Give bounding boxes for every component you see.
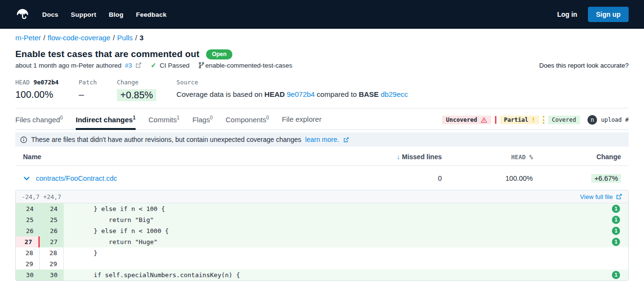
tab-files-changed[interactable]: Files changed0 [15,115,63,129]
new-line-number: 30 [40,269,64,281]
head-label: HEAD [15,79,30,86]
partial-bar-sample [543,116,544,124]
hit-count-badge[interactable]: 1 [612,216,620,224]
source-label: Source [176,79,408,86]
chevron-down-icon[interactable] [23,175,30,182]
legend-partial: Partial ! [500,116,539,124]
files-table-header: Name ↓Missed lines HEAD % Change [15,149,629,166]
hunk-range: -24,7 +24,7 [22,193,61,200]
nav-link-feedback[interactable]: Feedback [136,11,167,18]
legend-covered: Covered [548,116,580,124]
hit-count-badge[interactable]: 1 [612,205,620,213]
breadcrumb: m-Peter/flow-code-coverage/Pulls/3 [15,34,629,42]
breadcrumb-owner[interactable]: m-Peter [15,34,41,42]
diff-line: 30 30 if self.specialNumbers.containsKey… [16,269,628,281]
external-link-icon [616,193,622,200]
source-description: Coverage data is based on HEAD 9e072b4 c… [176,90,408,98]
diff-line: 28 28 } [16,247,628,258]
tab-bar: Files changed0 Indirect changes1 Commits… [15,115,629,130]
change-label: Change [117,79,156,86]
code-text: return "Big" [64,214,612,225]
authored-text: about 1 month ago m-Peter authored [15,62,121,69]
breadcrumb-separator: / [113,34,115,42]
view-full-file-link[interactable]: View full file [580,193,622,200]
diff-line: 26 26 } else if n < 1000 { 1 [16,225,628,236]
code-text [64,258,612,269]
top-nav: Docs Support Blog Feedback Log in Sign u… [0,0,644,29]
breadcrumb-separator: / [43,34,45,42]
upload-legend: n upload # [587,115,629,125]
diff-line: 25 25 return "Big" 1 [16,214,628,225]
tab-file-explorer[interactable]: File explorer [282,115,322,129]
coverage-summary: HEAD 9e072b4 100.00% Patch – Change +0.8… [15,79,629,101]
column-header-name[interactable]: Name [15,153,317,161]
legend-uncovered: Uncovered [442,116,491,124]
patch-value: – [79,89,97,100]
code-text: } [64,247,612,258]
old-line-number: 26 [16,225,40,236]
info-banner: These are files that didn't have author … [15,132,629,147]
tab-components[interactable]: Components0 [226,115,269,129]
diff-viewer: -24,7 +24,7 View full file 24 24 } else … [15,190,629,281]
breadcrumb-repo[interactable]: flow-code-coverage [48,34,111,42]
nav-link-support[interactable]: Support [71,11,96,18]
new-line-number: 24 [40,203,64,214]
new-line-number: 26 [40,225,64,236]
learn-more-link[interactable]: learn more. [305,136,339,143]
code-text: return "Huge" [64,236,612,247]
column-header-change[interactable]: Change [533,153,629,161]
column-header-missed-lines[interactable]: ↓Missed lines [317,153,442,161]
pr-number-link[interactable]: #3 [125,62,132,69]
status-badge: Open [206,49,232,59]
old-line-number: 29 [16,258,40,269]
old-line-number: 24 [16,203,40,214]
login-link[interactable]: Log in [557,11,577,18]
breadcrumb-pulls[interactable]: Pulls [117,34,133,42]
source-base-sha-link[interactable]: db29ecc [381,90,408,98]
tab-flags[interactable]: Flags0 [192,115,212,129]
stat-change: Change +0.85% [117,79,156,101]
warning-triangle-icon [481,117,487,123]
upload-label: upload # [601,117,629,123]
file-link[interactable]: contracts/FooContract.cdc [36,175,117,182]
banner-text: These are files that didn't have author … [31,136,301,143]
signup-button[interactable]: Sign up [588,7,629,22]
codecov-logo[interactable] [15,7,30,22]
file-change-value: +6.67% [591,174,621,183]
ci-status-text: CI Passed [160,62,189,69]
report-accuracy-question[interactable]: Does this report look accurate? [539,62,629,69]
tab-indirect-changes[interactable]: Indirect changes1 [76,115,136,129]
stat-head: HEAD 9e072b4 100.00% [15,79,58,100]
umbrella-icon [15,7,30,22]
head-sha: 9e072b4 [34,79,59,86]
new-line-number: 27 [40,236,64,247]
new-line-number: 25 [40,214,64,225]
old-line-number-uncovered: 27 [16,236,40,247]
change-value: +0.85% [117,89,156,101]
source-head-sha-link[interactable]: 9e072b4 [287,90,315,98]
partial-mark: ! [531,117,535,123]
file-row[interactable]: contracts/FooContract.cdc 0 100.00% +6.6… [15,166,629,189]
hit-count-badge[interactable]: 1 [612,227,620,235]
nav-link-blog[interactable]: Blog [109,11,124,18]
section-divider [15,108,629,108]
diff-line: 27 27 return "Huge" 1 [16,236,628,247]
old-line-number: 28 [16,247,40,258]
external-link-icon[interactable] [135,62,142,69]
patch-label: Patch [79,79,97,86]
page-title: Enable test cases that are commented out [15,49,199,59]
nav-links: Docs Support Blog Feedback [42,11,167,18]
new-line-number: 29 [40,258,64,269]
column-header-head-pct[interactable]: HEAD % [442,153,533,161]
coverage-legend: Uncovered Partial ! Covered n upload # [442,115,629,129]
tab-commits[interactable]: Commits1 [149,115,180,129]
uncovered-bar-sample [495,116,496,124]
external-link-icon[interactable] [343,137,349,143]
branch-name: enable-commented-test-cases [205,62,292,69]
hit-count-badge[interactable]: 1 [612,271,620,279]
old-line-number: 30 [16,269,40,281]
code-text: } else if n < 100 { [64,203,612,214]
nav-link-docs[interactable]: Docs [42,11,58,18]
diff-line: 24 24 } else if n < 100 { 1 [16,203,628,214]
hit-count-badge[interactable]: 1 [612,238,620,246]
